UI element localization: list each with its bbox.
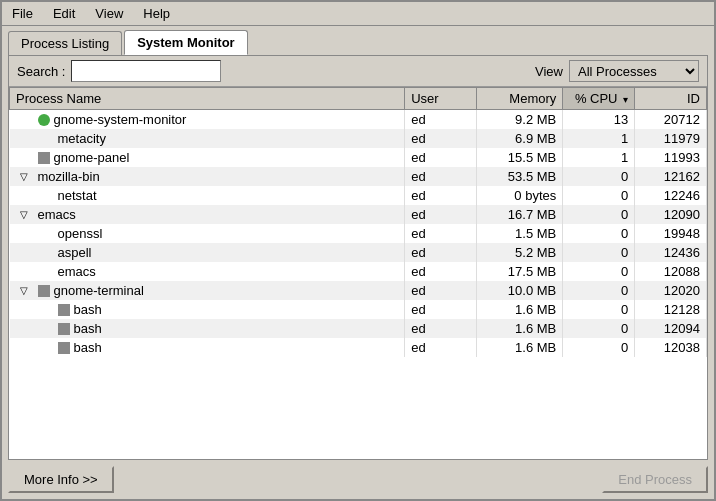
process-cpu: 13 [563,110,635,130]
process-memory: 15.5 MB [477,148,563,167]
process-memory: 10.0 MB [477,281,563,300]
table-row[interactable]: openssled1.5 MB019948 [10,224,707,243]
process-memory: 1.6 MB [477,300,563,319]
view-select[interactable]: All Processes My Processes Active Proces… [569,60,699,82]
process-name-cell: gnome-system-monitor [10,110,405,130]
more-info-button[interactable]: More Info >> [8,466,114,493]
process-memory: 1.6 MB [477,319,563,338]
sort-arrow-icon: ▾ [623,94,628,105]
process-user: ed [405,186,477,205]
process-memory: 1.5 MB [477,224,563,243]
process-cpu: 0 [563,319,635,338]
process-name-text: mozilla-bin [38,169,100,184]
process-memory: 17.5 MB [477,262,563,281]
process-gray-icon [58,342,70,354]
process-user: ed [405,224,477,243]
tree-toggle-icon[interactable]: ▽ [20,209,34,220]
process-memory: 1.6 MB [477,338,563,357]
table-row[interactable]: gnome-paneled15.5 MB111993 [10,148,707,167]
main-content: Search : View All Processes My Processes… [8,55,708,460]
process-pid: 12088 [635,262,707,281]
process-name-cell: bash [10,338,405,357]
process-user: ed [405,148,477,167]
process-user: ed [405,243,477,262]
process-table[interactable]: Process Name User Memory % CPU ▾ ID gnom… [9,87,707,459]
col-header-name[interactable]: Process Name [10,88,405,110]
process-cpu: 0 [563,300,635,319]
end-process-button[interactable]: End Process [602,466,708,493]
table-row[interactable]: ▽mozilla-bined53.5 MB012162 [10,167,707,186]
process-pid: 12020 [635,281,707,300]
table-row[interactable]: bashed1.6 MB012094 [10,319,707,338]
process-cpu: 0 [563,338,635,357]
process-user: ed [405,319,477,338]
menu-help[interactable]: Help [137,4,176,23]
bottom-bar: More Info >> End Process [2,460,714,499]
table-row[interactable]: bashed1.6 MB012128 [10,300,707,319]
table-row[interactable]: bashed1.6 MB012038 [10,338,707,357]
process-gray-icon [38,152,50,164]
process-name-cell: aspell [10,243,405,262]
process-memory: 53.5 MB [477,167,563,186]
menu-edit[interactable]: Edit [47,4,81,23]
process-cpu: 0 [563,243,635,262]
menubar: File Edit View Help [2,2,714,26]
process-memory: 0 bytes [477,186,563,205]
process-pid: 12162 [635,167,707,186]
process-user: ed [405,338,477,357]
process-name-cell: openssl [10,224,405,243]
process-user: ed [405,281,477,300]
process-cpu: 1 [563,129,635,148]
col-header-memory[interactable]: Memory [477,88,563,110]
search-label: Search : [17,64,65,79]
process-name-cell: ▽gnome-terminal [10,281,405,300]
process-pid: 12128 [635,300,707,319]
tab-process-listing[interactable]: Process Listing [8,31,122,55]
toolbar: Search : View All Processes My Processes… [9,56,707,87]
process-pid: 11979 [635,129,707,148]
process-pid: 12094 [635,319,707,338]
table-row[interactable]: ▽gnome-terminaled10.0 MB012020 [10,281,707,300]
tree-toggle-icon[interactable]: ▽ [20,171,34,182]
process-name-text: gnome-panel [54,150,130,165]
process-name-text: gnome-system-monitor [54,112,187,127]
process-gray-icon [38,285,50,297]
process-memory: 16.7 MB [477,205,563,224]
process-cpu: 0 [563,262,635,281]
tree-toggle-icon[interactable]: ▽ [20,285,34,296]
process-name-cell: bash [10,319,405,338]
table-row[interactable]: metacityed6.9 MB111979 [10,129,707,148]
table-row[interactable]: gnome-system-monitored9.2 MB1320712 [10,110,707,130]
menu-file[interactable]: File [6,4,39,23]
process-cpu: 0 [563,205,635,224]
col-header-user[interactable]: User [405,88,477,110]
search-input[interactable] [71,60,221,82]
table-row[interactable]: ▽emacsed16.7 MB012090 [10,205,707,224]
process-user: ed [405,129,477,148]
process-cpu: 0 [563,224,635,243]
process-cpu: 1 [563,148,635,167]
process-name-text: metacity [58,131,106,146]
process-user: ed [405,262,477,281]
process-cpu: 0 [563,167,635,186]
tab-system-monitor[interactable]: System Monitor [124,30,248,55]
process-name-cell: bash [10,300,405,319]
menu-view[interactable]: View [89,4,129,23]
process-pid: 12090 [635,205,707,224]
process-pid: 20712 [635,110,707,130]
process-name-text: emacs [58,264,96,279]
process-name-text: gnome-terminal [54,283,144,298]
process-name-cell: ▽emacs [10,205,405,224]
process-name-text: netstat [58,188,97,203]
table-row[interactable]: aspelled5.2 MB012436 [10,243,707,262]
process-name-text: bash [74,302,102,317]
table-row[interactable]: emacsed17.5 MB012088 [10,262,707,281]
process-name-text: bash [74,321,102,336]
process-pid: 12246 [635,186,707,205]
col-header-id[interactable]: ID [635,88,707,110]
col-header-cpu[interactable]: % CPU ▾ [563,88,635,110]
table-row[interactable]: netstated0 bytes012246 [10,186,707,205]
process-name-text: bash [74,340,102,355]
process-pid: 19948 [635,224,707,243]
process-name-text: openssl [58,226,103,241]
